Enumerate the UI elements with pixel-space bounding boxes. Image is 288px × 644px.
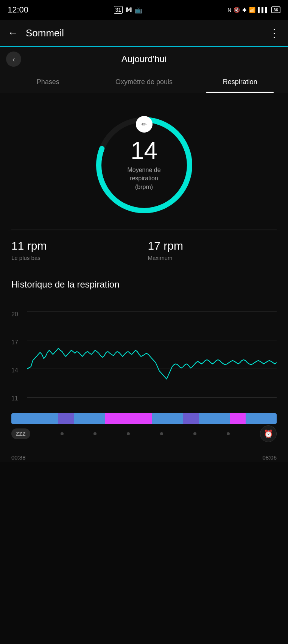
chart-y-label-20: 20: [11, 311, 25, 318]
dot-6: [227, 432, 230, 435]
dot-5: [193, 432, 196, 435]
sleep-start-time: 00:38: [11, 454, 26, 461]
bluetooth-icon: ✱: [242, 7, 247, 13]
sleep-bar-segment: [105, 413, 152, 424]
gauge-center: 14 Moyenne de respiration (brpm): [118, 139, 171, 191]
chart-y-label-17: 17: [11, 339, 25, 346]
sleep-bar-segment: [11, 413, 58, 424]
calendar-icon: 31: [114, 6, 123, 14]
back-button[interactable]: ←: [8, 27, 18, 39]
chart-svg: [27, 307, 277, 406]
mute-icon: 🔇: [234, 7, 240, 13]
sleep-bar-segment: [199, 413, 230, 424]
status-bar: 12:00 31 𝕄 📺 N 🔇 ✱ 📶 ▌▌▌ 36: [0, 0, 288, 20]
gauge-value: 14: [118, 139, 171, 163]
sleep-bar-segment: [183, 413, 199, 424]
tabs-bar: Phases Oxymètre de pouls Respiration: [0, 71, 288, 93]
chart-y-label-11: 11: [11, 395, 25, 402]
stat-max-label: Maximum: [148, 255, 277, 261]
gauge-indicator-dot: ✏: [136, 116, 153, 133]
dot-2: [93, 432, 97, 435]
gauge-label: Moyenne de respiration (brpm): [118, 166, 171, 191]
sleep-zzz-icon: ZZZ: [11, 428, 30, 439]
sleep-icons-row: ZZZ ⏰: [11, 424, 277, 450]
gauge-outer: ✏ 14 Moyenne de respiration (brpm): [91, 112, 197, 218]
more-button[interactable]: ⋮: [269, 27, 280, 39]
chart-container: 20 17 14 11: [11, 307, 277, 406]
sleep-timeline: 00:38 08:06: [11, 450, 277, 462]
stats-row: 11 rpm Le plus bas 17 rpm Maximum: [8, 230, 280, 270]
sleep-bar-segment: [152, 413, 183, 424]
dot-4: [160, 432, 163, 435]
chart-svg-container: [27, 307, 277, 406]
sleep-bar-segment: [74, 413, 105, 424]
page-title: Sommeil: [26, 27, 269, 39]
date-back-button[interactable]: ‹: [6, 52, 21, 67]
wifi-icon: 📶: [249, 7, 255, 13]
stat-max: 17 rpm Maximum: [148, 239, 277, 261]
status-time: 12:00: [8, 5, 28, 15]
m-icon: 𝕄: [126, 6, 132, 14]
sleep-end-time: 08:06: [262, 454, 277, 461]
stat-min: 11 rpm Le plus bas: [11, 239, 140, 261]
date-label: Aujourd'hui: [121, 54, 167, 64]
sleep-bar: [11, 413, 277, 424]
sleep-bar-segment: [58, 413, 74, 424]
battery-indicator: 36: [271, 6, 280, 13]
signal-icon: ▌▌▌: [258, 7, 269, 13]
stat-min-value: 11 rpm: [11, 239, 140, 252]
dot-1: [61, 432, 64, 435]
sleep-bar-segment: [230, 413, 245, 424]
main-content: ✏ 14 Moyenne de respiration (brpm) 11 rp…: [0, 93, 288, 462]
status-app-icons: 31 𝕄 📺: [114, 6, 143, 14]
tab-oxymetre[interactable]: Oxymètre de pouls: [96, 71, 192, 93]
top-bar: ← Sommeil ⋮: [0, 20, 288, 47]
chart-area: 20 17 14 11: [8, 307, 280, 406]
tab-phases[interactable]: Phases: [0, 71, 96, 93]
sleep-bar-section: ZZZ ⏰ 00:38 08:06: [8, 406, 280, 462]
history-section: Historique de la respiration 20 17 14 11: [8, 270, 280, 462]
stat-min-label: Le plus bas: [11, 255, 140, 261]
status-icons-right: N 🔇 ✱ 📶 ▌▌▌ 36: [228, 6, 280, 13]
sleep-bar-segment: [246, 413, 277, 424]
chart-y-labels: 20 17 14 11: [11, 307, 25, 406]
nfc-icon: N: [228, 7, 231, 13]
twitch-icon: 📺: [135, 6, 142, 14]
dot-3: [127, 432, 130, 435]
edit-icon: ✏: [142, 121, 146, 128]
gauge-section: ✏ 14 Moyenne de respiration (brpm): [8, 105, 280, 230]
alarm-icon: ⏰: [260, 425, 277, 442]
chart-y-label-14: 14: [11, 367, 25, 374]
tab-respiration[interactable]: Respiration: [192, 71, 288, 93]
date-row: ‹ Aujourd'hui: [0, 47, 288, 71]
history-title: Historique de la respiration: [8, 270, 280, 296]
stat-max-value: 17 rpm: [148, 239, 277, 252]
